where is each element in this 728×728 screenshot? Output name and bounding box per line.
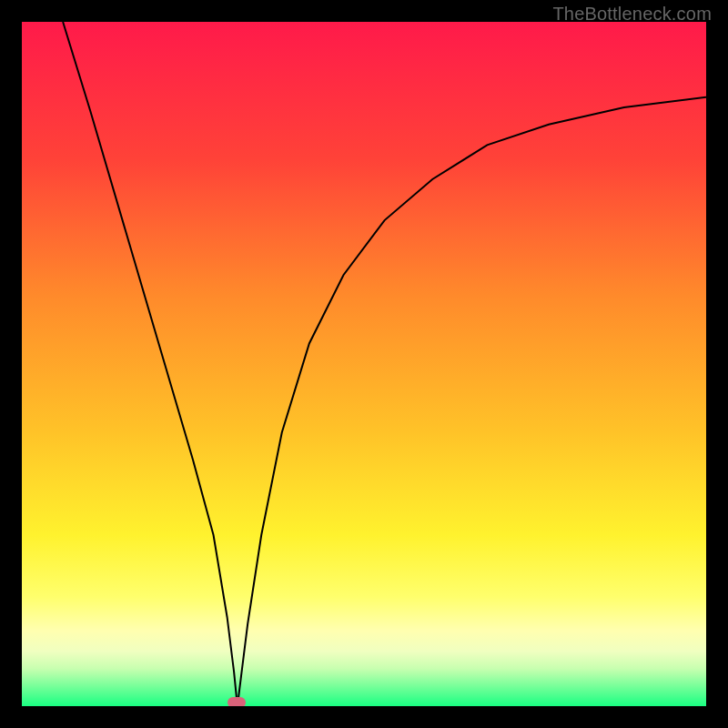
curve-line <box>22 22 706 706</box>
watermark-text: TheBottleneck.com <box>552 4 712 25</box>
plot-area <box>22 22 706 706</box>
chart-frame: TheBottleneck.com <box>0 0 728 728</box>
minimum-marker <box>228 697 246 706</box>
